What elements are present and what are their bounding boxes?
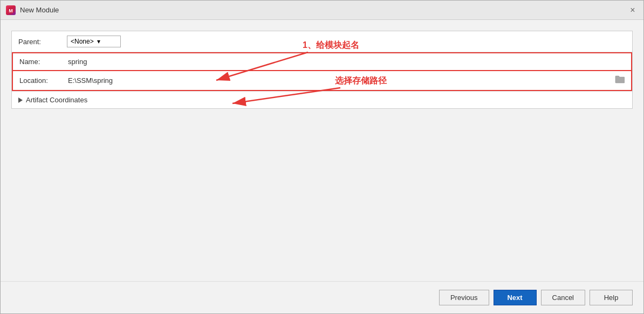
parent-row: Parent: <None> ▾ xyxy=(12,31,632,52)
title-bar: M New Module × xyxy=(1,1,643,20)
parent-label: Parent: xyxy=(18,38,67,46)
dialog-body: Parent: <None> ▾ Name: Location: xyxy=(1,20,643,281)
folder-icon[interactable] xyxy=(615,75,625,86)
title-bar-left: M New Module xyxy=(6,5,59,15)
next-button[interactable]: Next xyxy=(494,290,537,305)
close-button[interactable]: × xyxy=(627,5,638,16)
location-input[interactable] xyxy=(68,76,611,85)
form-section: Parent: <None> ▾ Name: Location: xyxy=(11,31,633,109)
artifact-section[interactable]: Artifact Coordinates xyxy=(12,91,632,108)
cancel-button[interactable]: Cancel xyxy=(541,290,585,305)
chevron-down-icon: ▾ xyxy=(97,38,100,45)
previous-button[interactable]: Previous xyxy=(439,290,489,305)
name-row: Name: xyxy=(12,52,632,70)
parent-select[interactable]: <None> ▾ xyxy=(67,36,121,47)
parent-value: <None> xyxy=(71,38,94,45)
name-label: Name: xyxy=(19,58,68,66)
name-input[interactable] xyxy=(68,58,625,66)
dialog-footer: Previous Next Cancel Help xyxy=(1,281,643,313)
help-button[interactable]: Help xyxy=(590,290,633,305)
expand-icon xyxy=(18,97,23,103)
new-module-dialog: M New Module × Parent: <None> ▾ Name: xyxy=(0,0,644,314)
location-row: Location: xyxy=(12,70,632,91)
svg-text:M: M xyxy=(9,8,13,13)
dialog-title: New Module xyxy=(20,6,59,14)
app-icon: M xyxy=(6,5,16,15)
artifact-label: Artifact Coordinates xyxy=(26,96,87,104)
location-label: Location: xyxy=(19,76,68,85)
